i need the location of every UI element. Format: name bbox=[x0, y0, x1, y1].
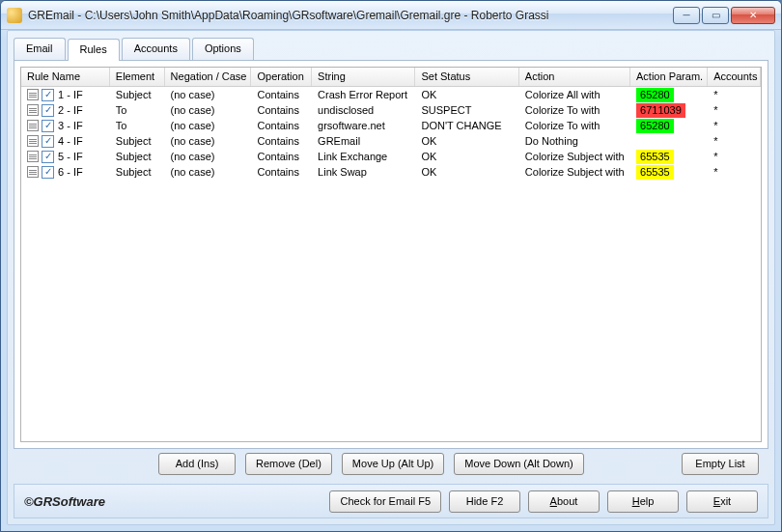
table-row[interactable]: ✓2 - IFTo(no case)ContainsundisclosedSUS… bbox=[21, 102, 761, 118]
table-row[interactable]: ✓1 - IFSubject(no case)ContainsCrash Err… bbox=[21, 87, 761, 102]
status-cell: OK bbox=[415, 133, 518, 149]
close-button[interactable]: ✕ bbox=[731, 7, 775, 24]
window-title: GREmail - C:\Users\John Smith\AppData\Ro… bbox=[28, 9, 673, 22]
rules-buttons: Add (Ins) Remove (Del) Move Up (Alt Up) … bbox=[14, 449, 768, 478]
status-cell: OK bbox=[415, 164, 518, 180]
table-row[interactable]: ✓3 - IFTo(no case)Containsgrsoftware.net… bbox=[21, 118, 761, 133]
maximize-button[interactable]: ▭ bbox=[702, 7, 729, 24]
bottom-bar: ©GRSoftware Check for Email F5 Hide F2 A… bbox=[14, 484, 768, 518]
table-row[interactable]: ✓6 - IFSubject(no case)ContainsLink Swap… bbox=[21, 164, 761, 180]
rule-checkbox[interactable]: ✓ bbox=[42, 151, 54, 163]
window-controls: ─ ▭ ✕ bbox=[673, 7, 775, 24]
negation-cell: (no case) bbox=[165, 149, 252, 164]
remove-button[interactable]: Remove (Del) bbox=[245, 453, 332, 475]
col-element[interactable]: Element bbox=[110, 68, 165, 86]
param-cell bbox=[630, 133, 708, 149]
table-row[interactable]: ✓4 - IFSubject(no case)ContainsGREmailOK… bbox=[21, 133, 761, 149]
operation-cell: Contains bbox=[251, 87, 312, 102]
tab-strip: Email Rules Accounts Options bbox=[8, 31, 774, 59]
string-cell: GREmail bbox=[312, 133, 415, 149]
rule-name-cell: 3 - IF bbox=[58, 120, 83, 131]
rules-page: Rule Name Element Negation / Case Operat… bbox=[14, 60, 768, 449]
param-cell: 65535 bbox=[630, 149, 708, 164]
operation-cell: Contains bbox=[251, 133, 312, 149]
status-cell: OK bbox=[415, 87, 518, 102]
rule-edit-icon[interactable] bbox=[27, 166, 39, 178]
action-cell: Colorize All with bbox=[519, 87, 630, 102]
string-cell: Link Swap bbox=[312, 164, 415, 180]
copyright-label: ©GRSoftware bbox=[24, 494, 321, 509]
string-cell: grsoftware.net bbox=[312, 118, 415, 133]
rule-edit-icon[interactable] bbox=[27, 135, 39, 147]
col-set-status[interactable]: Set Status bbox=[415, 68, 518, 86]
element-cell: Subject bbox=[110, 164, 165, 180]
col-rule-name[interactable]: Rule Name bbox=[21, 68, 110, 86]
empty-list-button[interactable]: Empty List bbox=[682, 453, 759, 475]
grid-body: ✓1 - IFSubject(no case)ContainsCrash Err… bbox=[21, 87, 761, 180]
rules-list[interactable]: Rule Name Element Negation / Case Operat… bbox=[20, 67, 762, 442]
col-operation[interactable]: Operation bbox=[251, 68, 312, 86]
rule-name-cell: 4 - IF bbox=[58, 135, 83, 147]
status-cell: DON'T CHANGE bbox=[415, 118, 518, 133]
rule-name-cell: 5 - IF bbox=[58, 151, 83, 162]
table-row[interactable]: ✓5 - IFSubject(no case)ContainsLink Exch… bbox=[21, 149, 761, 164]
operation-cell: Contains bbox=[251, 102, 312, 118]
movedown-button[interactable]: Move Down (Alt Down) bbox=[454, 453, 583, 475]
accounts-cell: * bbox=[708, 164, 761, 180]
moveup-button[interactable]: Move Up (Alt Up) bbox=[342, 453, 444, 475]
col-accounts[interactable]: Accounts bbox=[708, 68, 761, 86]
check-email-button[interactable]: Check for Email F5 bbox=[329, 490, 441, 513]
rule-name-cell: 2 - IF bbox=[58, 104, 83, 116]
param-cell: 65280 bbox=[630, 87, 708, 102]
element-cell: Subject bbox=[110, 133, 165, 149]
accounts-cell: * bbox=[708, 133, 761, 149]
action-cell: Colorize Subject with bbox=[519, 149, 630, 164]
accounts-cell: * bbox=[708, 87, 761, 102]
tab-options[interactable]: Options bbox=[192, 38, 254, 60]
col-action-param[interactable]: Action Param. bbox=[630, 68, 708, 86]
negation-cell: (no case) bbox=[165, 133, 252, 149]
col-string[interactable]: String bbox=[312, 68, 415, 86]
param-cell: 65280 bbox=[630, 118, 708, 133]
negation-cell: (no case) bbox=[165, 164, 252, 180]
rule-checkbox[interactable]: ✓ bbox=[42, 120, 54, 132]
element-cell: To bbox=[110, 102, 165, 118]
action-cell: Colorize To with bbox=[519, 102, 630, 118]
rule-edit-icon[interactable] bbox=[27, 151, 39, 162]
minimize-button[interactable]: ─ bbox=[673, 7, 700, 24]
exit-button[interactable]: Exit bbox=[686, 490, 758, 513]
hide-button[interactable]: Hide F2 bbox=[449, 490, 520, 513]
rule-edit-icon[interactable] bbox=[27, 120, 39, 131]
negation-cell: (no case) bbox=[165, 87, 252, 102]
rule-checkbox[interactable]: ✓ bbox=[42, 135, 54, 148]
string-cell: undisclosed bbox=[312, 102, 415, 118]
status-cell: SUSPECT bbox=[415, 102, 518, 118]
element-cell: To bbox=[110, 118, 165, 133]
accounts-cell: * bbox=[708, 102, 761, 118]
rule-edit-icon[interactable] bbox=[27, 89, 39, 100]
accounts-cell: * bbox=[708, 118, 761, 133]
help-button[interactable]: Help bbox=[607, 490, 679, 513]
string-cell: Crash Error Report bbox=[312, 87, 415, 102]
rule-edit-icon[interactable] bbox=[27, 104, 39, 116]
about-button[interactable]: About bbox=[528, 490, 600, 513]
negation-cell: (no case) bbox=[165, 118, 252, 133]
rule-checkbox[interactable]: ✓ bbox=[42, 89, 54, 101]
col-action[interactable]: Action bbox=[519, 68, 630, 86]
action-cell: Do Nothing bbox=[519, 133, 630, 149]
element-cell: Subject bbox=[110, 87, 165, 102]
action-cell: Colorize To with bbox=[519, 118, 630, 133]
rule-name-cell: 6 - IF bbox=[58, 166, 83, 178]
app-window: GREmail - C:\Users\John Smith\AppData\Ro… bbox=[0, 0, 782, 532]
rule-checkbox[interactable]: ✓ bbox=[42, 104, 54, 117]
operation-cell: Contains bbox=[251, 118, 312, 133]
accounts-cell: * bbox=[708, 149, 761, 164]
rule-checkbox[interactable]: ✓ bbox=[42, 166, 54, 179]
tab-rules[interactable]: Rules bbox=[68, 39, 120, 61]
titlebar: GREmail - C:\Users\John Smith\AppData\Ro… bbox=[1, 1, 781, 30]
add-button[interactable]: Add (Ins) bbox=[158, 453, 236, 475]
tab-email[interactable]: Email bbox=[14, 38, 66, 60]
string-cell: Link Exchange bbox=[312, 149, 415, 164]
col-negation[interactable]: Negation / Case bbox=[165, 68, 252, 86]
tab-accounts[interactable]: Accounts bbox=[122, 38, 190, 60]
